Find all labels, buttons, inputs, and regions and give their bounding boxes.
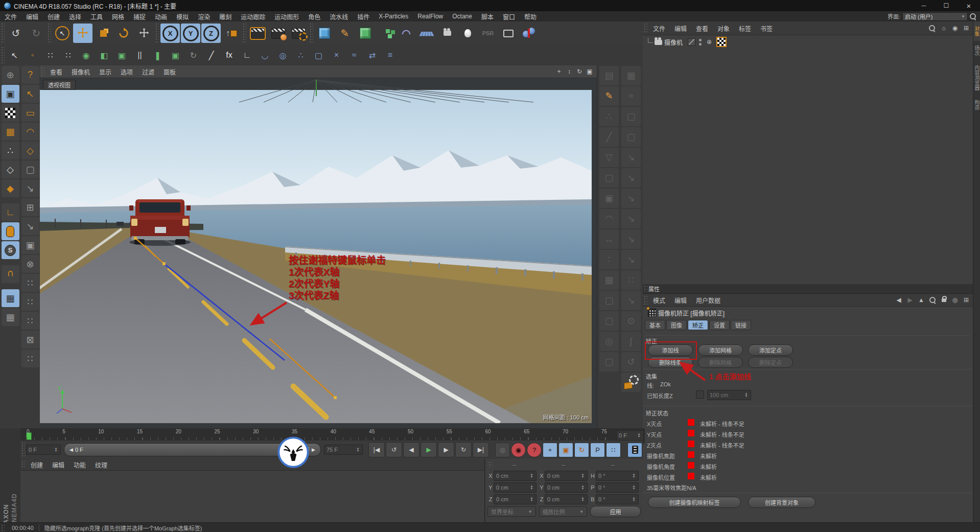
coordinate-field[interactable]: 0 cm ▲▼ xyxy=(545,482,588,493)
workplane-lock-icon[interactable]: ▦ xyxy=(2,289,19,307)
net-icon[interactable]: × xyxy=(328,47,345,64)
disabled-tool-icon[interactable]: ∷ xyxy=(21,312,39,330)
list-icon[interactable]: ≡ xyxy=(382,47,399,64)
disabled-tool-icon[interactable]: ▽ xyxy=(599,148,619,167)
palette-grip[interactable] xyxy=(1,23,5,43)
previous-frame-button[interactable]: ◀ xyxy=(403,442,419,457)
x-axis-lock-button[interactable]: X xyxy=(160,24,180,43)
object-name[interactable]: 摄像机 xyxy=(664,38,683,47)
palette-grip[interactable] xyxy=(243,23,246,43)
y-axis-lock-button[interactable]: Y xyxy=(181,24,200,43)
disabled-tool-icon[interactable]: ╱ xyxy=(599,127,619,147)
interactive-workplane-icon[interactable]: ▦ xyxy=(2,308,19,326)
measure-icon[interactable]: ∟ xyxy=(239,47,255,64)
render-toggle-icon[interactable] xyxy=(688,38,695,46)
autokey-button[interactable]: ? xyxy=(527,443,542,457)
model-mode-icon[interactable]: ▣ xyxy=(2,85,19,103)
spinner-icon[interactable]: ▲▼ xyxy=(54,447,58,452)
menu-item[interactable]: 运动跟踪 xyxy=(236,12,270,21)
viewport-label[interactable]: 透视视图 xyxy=(43,80,76,90)
disabled-tool-icon[interactable]: ◎ xyxy=(599,332,619,351)
command-settings-icon[interactable] xyxy=(621,373,641,392)
coordinate-field[interactable]: 0 cm ▲▼ xyxy=(494,494,536,504)
lock-icon[interactable] xyxy=(939,295,948,305)
menu-item[interactable]: 脚本 xyxy=(477,12,498,21)
palette-grip[interactable] xyxy=(644,286,647,292)
attributes-menu-item[interactable]: 模式 xyxy=(648,296,670,305)
timeline-panel-button[interactable] xyxy=(627,443,642,457)
swap-icon[interactable]: ⇄ xyxy=(364,47,381,64)
menu-item[interactable]: 工具 xyxy=(86,12,107,21)
menu-item[interactable]: 流水线 xyxy=(325,12,353,21)
menu-item[interactable]: 捕捉 xyxy=(129,12,150,21)
known-length-field[interactable]: 100 cm ▲▼ xyxy=(707,390,751,400)
object-manager-menu-item[interactable]: 编辑 xyxy=(670,24,691,33)
key-pla-button[interactable]: ∷ xyxy=(606,443,621,457)
polygon-selection-icon[interactable]: ◇ xyxy=(21,142,39,159)
palette-grip[interactable] xyxy=(155,23,159,43)
disabled-tool-icon[interactable]: ⊗ xyxy=(21,255,39,273)
key-position-button[interactable]: + xyxy=(543,443,557,457)
rotate-view-icon[interactable]: ↻ xyxy=(575,67,584,76)
snap-icon[interactable]: ∪ xyxy=(2,265,19,283)
select-arrow-icon[interactable]: ↖ xyxy=(6,47,23,64)
pillar-icon[interactable]: ❚ xyxy=(149,47,166,64)
viewport-menu-item[interactable]: 面板 xyxy=(159,67,180,76)
key-scale-button[interactable]: ▣ xyxy=(558,443,573,457)
disabled-tool-icon[interactable]: ↺ xyxy=(621,352,641,372)
coordinate-system-select[interactable]: 世界坐标▼ xyxy=(487,506,536,517)
soft-selection-icon[interactable]: ◉ xyxy=(78,47,95,64)
light-button[interactable] xyxy=(458,24,477,43)
palette-grip[interactable] xyxy=(310,23,313,43)
attributes-tab[interactable]: 图像 xyxy=(666,320,687,330)
disabled-tool-icon[interactable]: ∷ xyxy=(21,274,39,292)
psr-button[interactable]: PSR xyxy=(478,24,498,43)
disabled-tool-icon[interactable]: ∶ xyxy=(599,250,619,269)
render-settings-button[interactable] xyxy=(289,24,308,43)
spinner-icon[interactable]: ▲▼ xyxy=(744,392,749,398)
attributes-tab[interactable]: 基本 xyxy=(645,320,665,330)
coordinate-system-button[interactable]: ↑ xyxy=(222,24,241,43)
menu-item[interactable]: X-Particles xyxy=(374,13,413,20)
disabled-tool-icon[interactable]: ↘ xyxy=(621,291,641,310)
add-panel-icon[interactable]: ⊞ xyxy=(962,24,971,33)
attributes-tab[interactable]: 设置 xyxy=(709,320,730,330)
material-menu-item[interactable]: 编辑 xyxy=(48,460,69,469)
vertex-paint-icon[interactable]: ◧ xyxy=(96,47,112,64)
knife-icon[interactable]: ╱ xyxy=(203,47,220,64)
menu-item[interactable]: 窗口 xyxy=(498,12,520,21)
render-view-button[interactable] xyxy=(248,24,267,43)
menu-item[interactable]: 动画 xyxy=(150,12,172,21)
disabled-tool-icon[interactable]: ▢ xyxy=(599,168,619,188)
material-menu-item[interactable]: 功能 xyxy=(69,460,90,469)
search-icon[interactable] xyxy=(929,297,936,303)
rotate-tool-button[interactable] xyxy=(114,24,133,43)
disabled-tool-icon[interactable]: ↘ xyxy=(621,250,641,269)
menu-item[interactable]: 创建 xyxy=(43,12,64,21)
material-menu-item[interactable]: 创建 xyxy=(26,460,48,469)
dice-icon[interactable]: ▢ xyxy=(310,47,327,64)
cube-tool-icon[interactable]: ▣ xyxy=(167,47,184,64)
disabled-tool-icon[interactable]: ≈ xyxy=(621,86,641,106)
auto-switch-icon[interactable]: ◦ xyxy=(24,47,41,64)
disabled-tool-icon[interactable]: ↘ xyxy=(621,209,641,228)
palette-grip[interactable] xyxy=(21,442,25,457)
disabled-tool-icon[interactable]: ↘ xyxy=(621,189,641,208)
coordinate-field[interactable]: 0 cm ▲▼ xyxy=(494,482,536,493)
menu-item[interactable]: 选择 xyxy=(64,12,86,21)
scale-mode-select[interactable]: 缩放比例▼ xyxy=(539,506,588,517)
target-icon[interactable]: ◎ xyxy=(950,295,960,305)
object-manager-menu-item[interactable]: 文件 xyxy=(648,24,670,33)
viewport-menu-item[interactable]: 显示 xyxy=(95,67,116,76)
menu-item[interactable]: 模拟 xyxy=(172,12,193,21)
object-manager-menu-item[interactable]: 对象 xyxy=(713,24,734,33)
toggle-view-icon[interactable]: ▣ xyxy=(586,67,594,76)
palette-grip[interactable] xyxy=(644,295,647,305)
play-button[interactable]: ▶ xyxy=(421,442,437,457)
disabled-tool-icon[interactable]: ▢ xyxy=(599,291,619,310)
scale-tool-button[interactable] xyxy=(94,24,113,43)
palette-grip[interactable] xyxy=(488,461,492,468)
key-rotation-button[interactable]: ↻ xyxy=(574,443,589,457)
disabled-tool-icon[interactable]: ▣ xyxy=(599,189,619,208)
disabled-tool-icon[interactable]: ∷ xyxy=(621,270,641,290)
